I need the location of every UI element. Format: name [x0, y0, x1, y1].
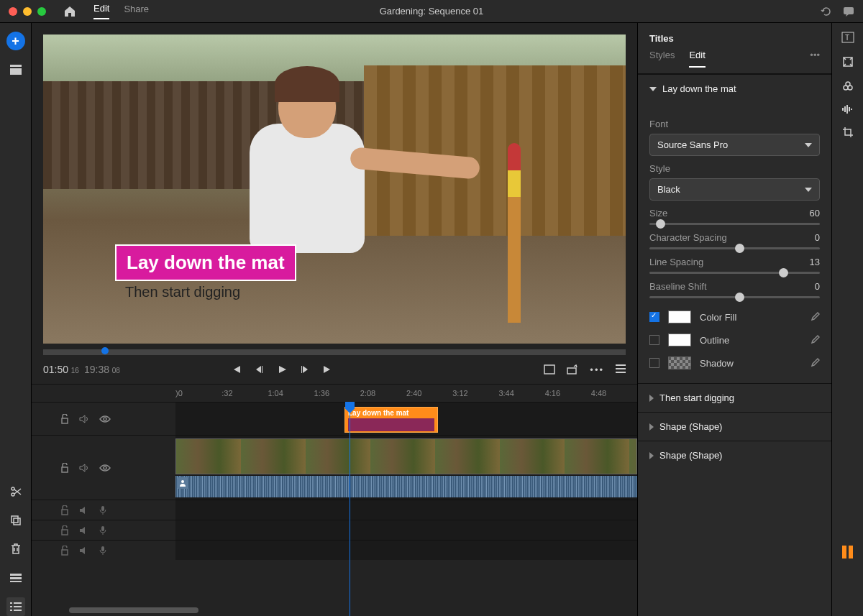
skip-forward-button[interactable]: [323, 364, 333, 374]
nav-edit[interactable]: Edit: [93, 3, 109, 19]
titles-tool-icon[interactable]: T: [841, 32, 854, 43]
eyedropper-icon[interactable]: [810, 335, 820, 345]
total-time: 19:38: [84, 364, 109, 375]
menu-icon[interactable]: [616, 364, 626, 375]
scissors-icon[interactable]: [6, 482, 25, 501]
shadow-swatch[interactable]: [668, 357, 691, 369]
style-select[interactable]: Black: [649, 178, 820, 201]
lock-icon[interactable]: [60, 505, 69, 515]
color-tool-icon[interactable]: [842, 81, 854, 92]
horizontal-scrollbar[interactable]: [63, 607, 637, 613]
linespacing-slider[interactable]: [649, 272, 820, 274]
charspacing-slider[interactable]: [649, 247, 820, 249]
crop-tool-icon[interactable]: [842, 127, 854, 138]
svg-rect-15: [14, 610, 22, 611]
size-label: Size: [649, 208, 667, 219]
maximize-window[interactable]: [37, 7, 46, 16]
video-preview[interactable]: Lay down the mat Then start digging: [43, 35, 626, 344]
linespacing-value[interactable]: 13: [810, 257, 820, 267]
outline-checkbox[interactable]: [649, 335, 659, 345]
trash-icon[interactable]: [6, 540, 25, 558]
charspacing-value[interactable]: 0: [815, 232, 820, 243]
svg-rect-1: [10, 65, 22, 67]
right-tool-rail: T: [831, 23, 863, 616]
transform-tool-icon[interactable]: [842, 56, 854, 68]
panel-title: Titles: [638, 23, 831, 50]
tab-edit[interactable]: Edit: [689, 50, 705, 68]
close-window[interactable]: [9, 7, 17, 16]
panel-more-icon[interactable]: •••: [810, 50, 820, 68]
timeline-ruler[interactable]: )0 :32 1:04 1:36 2:08 2:40 3:12 3:44 4:1…: [32, 384, 637, 402]
audio-track-2: [32, 520, 637, 540]
size-value[interactable]: 60: [810, 208, 820, 219]
preview-scrubber[interactable]: [43, 349, 626, 355]
video-clip[interactable]: [175, 438, 637, 474]
top-nav: Edit Share: [60, 2, 149, 21]
eyedropper-icon[interactable]: [810, 358, 820, 368]
visibility-icon[interactable]: [99, 415, 111, 423]
fullscreen-icon[interactable]: [544, 364, 555, 375]
mic-icon[interactable]: [99, 525, 106, 535]
svg-point-3: [12, 487, 14, 490]
section-then-start[interactable]: Then start digging: [638, 383, 831, 412]
duplicate-icon[interactable]: [6, 511, 25, 530]
lock-icon[interactable]: [60, 463, 69, 473]
skip-back-button[interactable]: [231, 364, 241, 374]
playhead[interactable]: [350, 402, 350, 616]
colorfill-checkbox[interactable]: [649, 312, 659, 322]
export-icon[interactable]: [567, 364, 578, 375]
undo-icon[interactable]: [820, 6, 831, 17]
eyedropper-icon[interactable]: [810, 312, 820, 322]
section-shape-1[interactable]: Shape (Shape): [638, 412, 831, 441]
comment-icon[interactable]: [843, 6, 854, 17]
mute-icon[interactable]: [79, 464, 89, 472]
list-view-icon[interactable]: [6, 597, 25, 616]
tab-styles[interactable]: Styles: [649, 50, 675, 68]
section-title-main[interactable]: Lay down the mat: [638, 74, 831, 103]
title-overlay[interactable]: Lay down the mat Then start digging: [115, 244, 296, 300]
more-options-icon[interactable]: •••: [590, 364, 604, 375]
play-button[interactable]: [277, 364, 287, 374]
svg-rect-29: [101, 526, 104, 531]
step-forward-button[interactable]: [300, 364, 310, 374]
shadow-checkbox[interactable]: [649, 358, 659, 368]
home-icon[interactable]: [60, 2, 79, 21]
minimize-window[interactable]: [23, 7, 32, 16]
mute-icon[interactable]: [79, 526, 89, 535]
add-media-button[interactable]: +: [6, 32, 25, 50]
colorfill-swatch[interactable]: [668, 311, 691, 323]
outline-swatch[interactable]: [668, 334, 691, 346]
svg-rect-40: [846, 105, 848, 114]
step-back-button[interactable]: [254, 364, 264, 374]
audio-clip[interactable]: [175, 476, 637, 497]
lock-icon[interactable]: [60, 525, 69, 535]
baseline-slider[interactable]: [649, 296, 820, 298]
title-text[interactable]: Lay down the mat: [115, 244, 296, 281]
svg-rect-26: [62, 510, 68, 515]
audio-tool-icon[interactable]: [842, 105, 854, 114]
mute-icon[interactable]: [79, 506, 89, 515]
size-slider[interactable]: [649, 223, 820, 225]
title-clip[interactable]: Lay down the mat: [344, 407, 438, 433]
project-assets-icon[interactable]: [6, 60, 25, 79]
mic-icon[interactable]: [99, 505, 106, 515]
nav-share[interactable]: Share: [124, 4, 149, 19]
linespacing-label: Line Spacing: [649, 257, 703, 267]
lock-icon[interactable]: [60, 414, 69, 424]
visibility-icon[interactable]: [99, 464, 111, 472]
tracks-icon[interactable]: [6, 569, 25, 587]
svg-text:T: T: [845, 34, 849, 42]
svg-rect-16: [544, 365, 554, 374]
baseline-value[interactable]: 0: [815, 281, 820, 292]
timeline[interactable]: Lay down the mat: [32, 402, 637, 616]
center-area: Lay down the mat Then start digging 01:5…: [32, 23, 637, 616]
section-shape-2[interactable]: Shape (Shape): [638, 441, 831, 469]
lock-icon[interactable]: [60, 546, 69, 556]
svg-rect-5: [12, 516, 18, 523]
svg-rect-39: [844, 106, 846, 112]
mic-icon[interactable]: [99, 546, 106, 556]
font-select[interactable]: Source Sans Pro: [649, 134, 820, 156]
audio-track-1: [32, 500, 637, 520]
mute-icon[interactable]: [79, 415, 89, 423]
mute-icon[interactable]: [79, 546, 89, 555]
